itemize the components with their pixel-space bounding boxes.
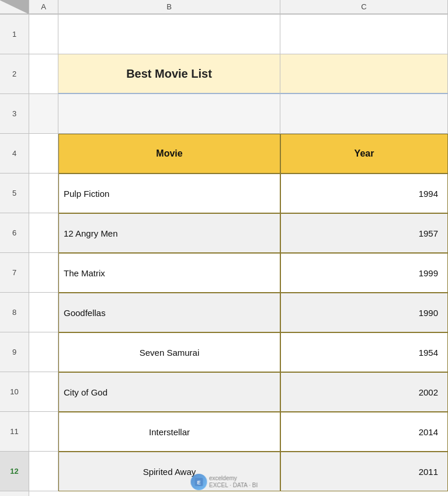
col-header-b[interactable]: B xyxy=(58,0,280,14)
movie-8: Goodfellas xyxy=(64,308,106,318)
year-header: Year xyxy=(355,148,374,159)
cell-8c[interactable]: 1990 xyxy=(280,293,448,332)
movie-5: Pulp Fiction xyxy=(64,189,109,199)
cell-12a[interactable] xyxy=(29,452,58,491)
row-num-10: 10 xyxy=(0,372,29,412)
cell-6c[interactable]: 1957 xyxy=(280,213,448,253)
col-header-a[interactable]: A xyxy=(29,0,58,14)
movie-11: Interstellar xyxy=(149,427,190,437)
cell-7a[interactable] xyxy=(29,253,58,293)
grid-row-10: City of God 2002 xyxy=(29,372,448,412)
year-12: 2011 xyxy=(286,467,443,477)
grid-row-6: 12 Angry Men 1957 xyxy=(29,213,448,253)
movie-9: Seven Samurai xyxy=(140,348,200,358)
cell-11b[interactable]: Interstellar xyxy=(58,412,280,452)
cell-6b[interactable]: 12 Angry Men xyxy=(58,213,280,253)
corner-cell xyxy=(0,0,29,14)
cell-3c[interactable] xyxy=(280,94,448,134)
row-num-5: 5 xyxy=(0,174,29,213)
cell-9c[interactable]: 1954 xyxy=(280,332,448,372)
spreadsheet-title: Best Movie List xyxy=(58,67,280,81)
cell-3b[interactable] xyxy=(58,94,280,134)
year-5: 1994 xyxy=(286,189,443,199)
year-11: 2014 xyxy=(286,427,443,437)
year-6: 1957 xyxy=(286,228,443,238)
cell-4c[interactable]: Year xyxy=(280,134,448,174)
cell-8a[interactable] xyxy=(29,293,58,332)
row-num-2: 2 xyxy=(0,54,29,94)
grid-row-11: Interstellar 2014 xyxy=(29,412,448,452)
column-headers: A B C xyxy=(0,0,448,15)
cell-5a[interactable] xyxy=(29,174,58,213)
cell-11a[interactable] xyxy=(29,412,58,452)
year-9: 1954 xyxy=(286,348,443,358)
row-num-6: 6 xyxy=(0,213,29,253)
row-num-1: 1 xyxy=(0,15,29,54)
cell-9b[interactable]: Seven Samurai xyxy=(58,332,280,372)
row-num-12: 12 xyxy=(0,452,29,491)
row-num-9: 9 xyxy=(0,332,29,372)
watermark: E exceldemy EXCEL · DATA · BI xyxy=(190,474,258,490)
watermark-text: exceldemy EXCEL · DATA · BI xyxy=(209,475,258,489)
svg-text:E: E xyxy=(197,480,200,485)
cell-12c[interactable]: 2011 xyxy=(280,452,448,491)
cell-2b[interactable]: Best Movie List xyxy=(58,54,280,94)
cell-3a[interactable] xyxy=(29,94,58,134)
cell-10b[interactable]: City of God xyxy=(58,372,280,412)
year-8: 1990 xyxy=(286,308,443,318)
cell-8b[interactable]: Goodfellas xyxy=(58,293,280,332)
col-header-c[interactable]: C xyxy=(280,0,448,14)
watermark-logo: E xyxy=(190,474,207,490)
spreadsheet: A B C 1 2 3 4 5 6 7 8 9 10 11 12 xyxy=(0,0,448,496)
movie-6: 12 Angry Men xyxy=(64,228,118,238)
movie-12: Spirited Away xyxy=(143,467,196,477)
row-num-3: 3 xyxy=(0,94,29,134)
cell-1c[interactable] xyxy=(280,15,448,54)
cell-4a[interactable] xyxy=(29,134,58,174)
cell-10c[interactable]: 2002 xyxy=(280,372,448,412)
watermark-icon: E xyxy=(193,477,204,487)
grid-row-4: Movie Year xyxy=(29,134,448,174)
movie-header: Movie xyxy=(156,148,182,159)
grid-row-2: Best Movie List xyxy=(29,54,448,94)
cell-2a[interactable] xyxy=(29,54,58,94)
cell-5b[interactable]: Pulp Fiction xyxy=(58,174,280,213)
cell-1a[interactable] xyxy=(29,15,58,54)
grid-row-9: Seven Samurai 1954 xyxy=(29,332,448,372)
cell-11c[interactable]: 2014 xyxy=(280,412,448,452)
row-num-4: 4 xyxy=(0,134,29,174)
cell-9a[interactable] xyxy=(29,332,58,372)
grid-row-3 xyxy=(29,94,448,134)
row-num-11: 11 xyxy=(0,412,29,452)
grid-body: 1 2 3 4 5 6 7 8 9 10 11 12 xyxy=(0,15,448,496)
row-num-8: 8 xyxy=(0,293,29,332)
year-7: 1999 xyxy=(286,268,443,278)
cell-7b[interactable]: The Matrix xyxy=(58,253,280,293)
cell-7c[interactable]: 1999 xyxy=(280,253,448,293)
grid-cells: Best Movie List Movie Year xyxy=(29,15,448,496)
movie-7: The Matrix xyxy=(64,268,105,278)
cell-5c[interactable]: 1994 xyxy=(280,174,448,213)
grid-row-1 xyxy=(29,15,448,54)
cell-2c[interactable] xyxy=(280,54,448,94)
cell-4b[interactable]: Movie xyxy=(58,134,280,174)
grid-row-7: The Matrix 1999 xyxy=(29,253,448,293)
row-numbers: 1 2 3 4 5 6 7 8 9 10 11 12 xyxy=(0,15,29,496)
year-10: 2002 xyxy=(286,387,443,397)
cell-10a[interactable] xyxy=(29,372,58,412)
cell-6a[interactable] xyxy=(29,213,58,253)
cell-1b[interactable] xyxy=(58,15,280,54)
movie-10: City of God xyxy=(64,387,107,397)
row-num-7: 7 xyxy=(0,253,29,293)
grid-row-5: Pulp Fiction 1994 xyxy=(29,174,448,213)
grid-row-8: Goodfellas 1990 xyxy=(29,293,448,332)
